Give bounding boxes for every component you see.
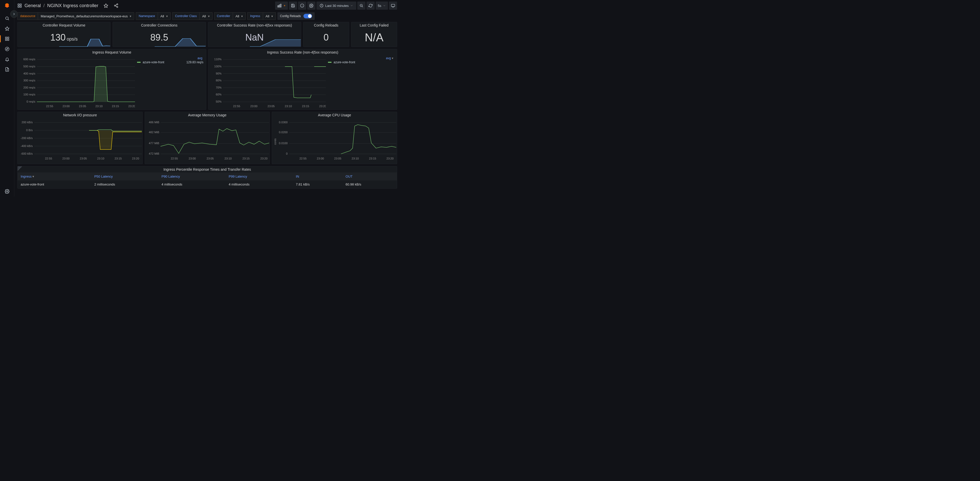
refresh-button[interactable]: [366, 2, 375, 10]
add-panel-button[interactable]: [275, 2, 288, 10]
panel-controller-connections[interactable]: Controller Connections 89.5: [113, 22, 206, 47]
chevron-down-icon: ▾: [130, 14, 131, 18]
nav-explore[interactable]: [0, 44, 14, 54]
chart-network-io: 200 kB/s 0 B/s -200 kB/s -400 kB/s -600 …: [18, 118, 142, 164]
svg-text:90%: 90%: [216, 72, 221, 75]
legend-header[interactable]: avg: [137, 56, 204, 60]
percentile-table: Ingress ▾ P50 Latency P90 Latency P99 La…: [18, 173, 397, 188]
svg-text:23:15: 23:15: [369, 157, 376, 160]
chart-avg-cpu: 0.0300 0.0200 0.0100 0 cores 22:55: [272, 118, 397, 164]
panel-config-reloads[interactable]: Config Reloads 0: [303, 22, 349, 47]
breadcrumb: General / NGINX Ingress controller: [18, 3, 98, 8]
panel-title: Ingress Percentile Response Times and Tr…: [18, 167, 397, 173]
panel-controller-success-rate[interactable]: Controller Success Rate (non-4|5xx respo…: [208, 22, 301, 47]
th-p99[interactable]: P99 Latency: [226, 173, 293, 180]
panel-title: Last Config Failed: [352, 22, 397, 28]
svg-rect-12: [18, 4, 19, 5]
config-reloads-toggle[interactable]: [304, 14, 312, 18]
var-namespace-select[interactable]: All ▾: [158, 12, 171, 20]
chart-ingress-request-volume: 600 req/s 500 req/s 400 req/s 300 req/s …: [20, 56, 135, 109]
panel-ingress-request-volume[interactable]: Ingress Request Volume 600 req/s 500 req…: [18, 49, 206, 110]
var-controller-class-select[interactable]: All ▾: [199, 12, 212, 20]
dashboard-settings-button[interactable]: [307, 2, 315, 10]
svg-text:-400 kB/s: -400 kB/s: [21, 144, 33, 147]
sparkline: [250, 37, 301, 47]
var-datasource-select[interactable]: Managed_Prometheus_defaultazuremonitorwo…: [38, 12, 134, 20]
panel-avg-cpu[interactable]: Average CPU Usage 0.0300 0.0200 0.0100 0…: [272, 112, 397, 164]
svg-rect-22: [278, 6, 279, 7]
panel-ingress-success-rate[interactable]: Ingress Success Rate (non-4|5xx response…: [208, 49, 397, 110]
chevron-down-icon: ▾: [241, 14, 243, 18]
panel-last-config-failed[interactable]: Last Config Failed N/A: [351, 22, 397, 47]
panel-controller-request-volume[interactable]: Controller Request Volume 130ops/s: [18, 22, 110, 47]
legend-item[interactable]: azure-vote-front: [328, 60, 394, 65]
table-row[interactable]: azure-vote-front 2 milliseconds 4 millis…: [18, 180, 397, 188]
panel-percentile-table[interactable]: i Ingress Percentile Response Times and …: [18, 166, 397, 189]
share-button[interactable]: [112, 2, 120, 10]
panel-title: Network I/O pressure: [18, 112, 142, 118]
svg-text:-600 kB/s: -600 kB/s: [21, 152, 33, 155]
stat-value: N/A: [365, 31, 383, 44]
nav-alerting[interactable]: [0, 54, 14, 64]
svg-text:23:00: 23:00: [62, 157, 69, 160]
svg-text:23:10: 23:10: [97, 157, 104, 160]
svg-point-17: [117, 4, 118, 5]
nav-dashboards[interactable]: [0, 34, 14, 44]
legend-item[interactable]: azure-vote-front 129.83 req/s: [137, 60, 204, 65]
svg-line-34: [362, 6, 363, 7]
sparkline: [155, 37, 206, 47]
kiosk-button[interactable]: [389, 2, 397, 10]
save-button[interactable]: [289, 2, 297, 10]
svg-text:0 B/s: 0 B/s: [26, 129, 33, 132]
svg-point-0: [6, 17, 8, 20]
refresh-interval-picker[interactable]: 5s: [375, 2, 388, 10]
cell-ingress: azure-vote-front: [18, 180, 91, 188]
sidebar-expand-button[interactable]: [10, 10, 18, 18]
nav-docs[interactable]: [0, 64, 14, 75]
th-in[interactable]: IN: [293, 173, 342, 180]
panel-network-io[interactable]: Network I/O pressure 200 kB/s 0 B/s -200…: [18, 112, 143, 164]
sparkline: [59, 37, 110, 47]
svg-text:472 MiB: 472 MiB: [149, 152, 159, 155]
svg-text:100 req/s: 100 req/s: [23, 93, 35, 96]
svg-text:22:55: 22:55: [233, 105, 240, 108]
info-button[interactable]: [298, 2, 306, 10]
svg-point-30: [311, 5, 312, 6]
svg-rect-6: [7, 39, 9, 41]
var-ingress-select[interactable]: All ▾: [263, 12, 276, 20]
th-p50[interactable]: P50 Latency: [91, 173, 158, 180]
panel-title: Average Memory Usage: [145, 112, 270, 118]
legend: avg azure-vote-front 129.83 req/s: [137, 56, 204, 109]
nav-starred[interactable]: [0, 24, 14, 34]
legend-header[interactable]: avg ▾: [328, 56, 394, 60]
th-p90[interactable]: P90 Latency: [159, 173, 226, 180]
var-controller-label: Controller: [214, 12, 233, 20]
zoom-out-button[interactable]: [357, 2, 366, 10]
svg-text:23:15: 23:15: [242, 157, 250, 160]
star-button[interactable]: [102, 2, 110, 10]
variables-row: datasource Managed_Prometheus_defaultazu…: [14, 11, 400, 22]
th-ingress[interactable]: Ingress ▾: [18, 173, 91, 180]
svg-text:23:10: 23:10: [285, 105, 292, 108]
cell-p50: 2 milliseconds: [91, 180, 158, 188]
panel-title: Controller Connections: [113, 22, 205, 28]
var-controller-select[interactable]: All ▾: [233, 12, 246, 20]
topbar: General / NGINX Ingress controller: [14, 0, 400, 11]
svg-text:100%: 100%: [214, 65, 221, 68]
panel-avg-memory[interactable]: Average Memory Usage 486 MiB 482 MiB 477…: [145, 112, 270, 164]
panel-title: Controller Success Rate (non-4|5xx respo…: [208, 22, 301, 28]
svg-text:23:05: 23:05: [334, 157, 342, 160]
nav-settings[interactable]: [0, 186, 14, 197]
breadcrumb-title[interactable]: NGINX Ingress controller: [47, 3, 98, 8]
chart-ingress-success-rate: 110% 100% 90% 80% 70% 60% 50%: [211, 56, 326, 109]
svg-rect-3: [5, 37, 6, 38]
th-out[interactable]: OUT: [342, 173, 397, 180]
info-corner-icon[interactable]: i: [18, 167, 22, 171]
config-reloads-label: Config Reloads: [280, 14, 301, 18]
svg-text:-200 kB/s: -200 kB/s: [21, 137, 33, 140]
time-range-picker[interactable]: Last 30 minutes: [317, 2, 356, 10]
breadcrumb-section[interactable]: General: [24, 3, 41, 8]
legend: avg ▾ azure-vote-front: [328, 56, 394, 109]
grafana-logo[interactable]: [3, 2, 11, 10]
chart-avg-memory: 486 MiB 482 MiB 477 MiB 472 MiB 22:55 23…: [145, 118, 270, 164]
